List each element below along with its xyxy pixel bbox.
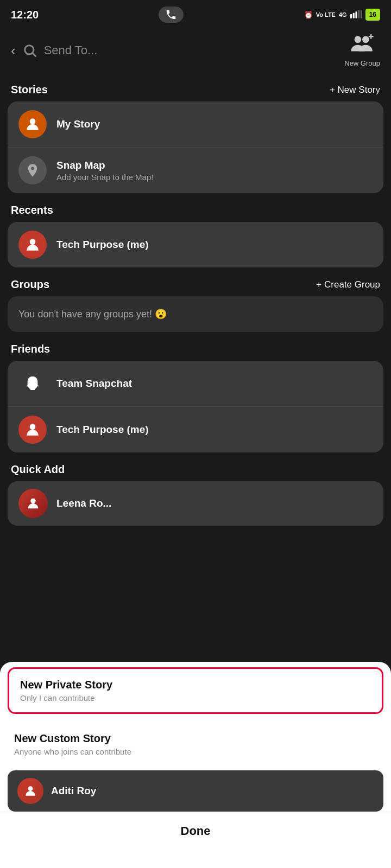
- aditi-avatar: [17, 778, 43, 804]
- new-group-icon: [350, 34, 375, 57]
- custom-story-title: New Custom Story: [14, 732, 377, 745]
- private-story-subtitle: Only I can contribute: [20, 693, 371, 703]
- status-right-icons: ⏰ Vo LTE 4G 16: [304, 9, 380, 21]
- svg-rect-2: [355, 11, 357, 18]
- svg-point-13: [30, 424, 36, 430]
- svg-line-6: [33, 53, 35, 56]
- stories-section-header: Stories + New Story: [0, 75, 391, 101]
- alarm-icon: ⏰: [304, 11, 313, 19]
- header: ‹ Send To... New Group: [0, 28, 391, 75]
- battery-indicator: 16: [365, 9, 380, 21]
- friends-card: Team Snapchat Tech Purpose (me): [8, 361, 383, 452]
- svg-rect-1: [352, 12, 354, 18]
- quick-add-section-header: Quick Add: [0, 455, 391, 481]
- friends-title: Friends: [11, 343, 50, 355]
- svg-rect-4: [360, 10, 362, 18]
- snap-map-subtitle: Add your Snap to the Map!: [56, 173, 153, 182]
- aditi-name: Aditi Roy: [51, 785, 96, 797]
- snap-map-avatar: [18, 156, 47, 184]
- private-story-title: New Private Story: [20, 679, 371, 691]
- modal-sheet: New Private Story Only I can contribute …: [0, 662, 391, 868]
- svg-rect-0: [350, 14, 352, 18]
- recents-section-header: Recents: [0, 195, 391, 222]
- svg-point-15: [28, 786, 33, 791]
- recents-title: Recents: [11, 204, 53, 216]
- custom-story-subtitle: Anyone who joins can contribute: [14, 747, 377, 756]
- my-story-label: My Story: [56, 118, 100, 130]
- tech-purpose-recent-label: Tech Purpose (me): [56, 239, 149, 251]
- groups-title: Groups: [11, 278, 49, 291]
- groups-empty-state: You don't have any groups yet! 😮: [8, 296, 383, 332]
- quick-add-name: Leena Ro...: [56, 497, 111, 509]
- done-button[interactable]: Done: [0, 812, 391, 850]
- stories-title: Stories: [11, 84, 48, 96]
- search-bar-area[interactable]: ‹ Send To...: [11, 42, 344, 59]
- new-group-label: New Group: [344, 59, 380, 67]
- status-bar: 12:20 ⏰ Vo LTE 4G 16: [0, 0, 391, 28]
- status-time: 12:20: [11, 9, 39, 21]
- network-icon: 4G: [339, 11, 347, 18]
- tech-purpose-friend-label: Tech Purpose (me): [56, 424, 149, 436]
- new-story-button[interactable]: + New Story: [330, 85, 380, 95]
- new-group-button[interactable]: New Group: [344, 34, 380, 67]
- groups-section-header: Groups + Create Group: [0, 270, 391, 296]
- svg-point-7: [355, 36, 362, 43]
- aditi-peek-item[interactable]: Aditi Roy: [8, 770, 383, 812]
- signal-bars: [350, 9, 362, 21]
- new-custom-story-option[interactable]: New Custom Story Anyone who joins can co…: [0, 719, 391, 765]
- quick-add-card: Leena Ro...: [8, 481, 383, 526]
- team-snapchat-label: Team Snapchat: [56, 378, 132, 390]
- svg-point-11: [30, 118, 36, 124]
- list-item[interactable]: Tech Purpose (me): [8, 407, 383, 452]
- tech-purpose-friend-avatar: [18, 416, 47, 444]
- back-button[interactable]: ‹: [11, 42, 16, 59]
- svg-rect-3: [358, 10, 360, 18]
- snap-map-label: Snap Map: [56, 159, 153, 171]
- quick-add-title: Quick Add: [11, 463, 65, 476]
- new-private-story-option[interactable]: New Private Story Only I can contribute: [8, 667, 383, 714]
- list-item[interactable]: Team Snapchat: [8, 361, 383, 407]
- svg-point-14: [30, 499, 35, 503]
- list-item[interactable]: Snap Map Add your Snap to the Map!: [8, 148, 383, 193]
- volte-icon: Vo LTE: [316, 11, 336, 18]
- my-story-avatar: [18, 110, 47, 138]
- tech-purpose-recent-avatar: [18, 231, 47, 259]
- search-input[interactable]: Send To...: [44, 43, 98, 58]
- list-item[interactable]: Tech Purpose (me): [8, 222, 383, 267]
- create-group-button[interactable]: + Create Group: [316, 279, 380, 290]
- quick-add-avatar: [18, 489, 48, 518]
- svg-point-8: [362, 36, 369, 43]
- phone-icon: [159, 7, 184, 23]
- team-snapchat-avatar: [18, 369, 47, 398]
- list-item[interactable]: Leena Ro...: [8, 481, 383, 526]
- stories-card: My Story Snap Map Add your Snap to the M…: [8, 101, 383, 193]
- groups-empty-text: You don't have any groups yet! 😮: [18, 309, 167, 320]
- search-icon: [22, 43, 37, 58]
- list-item[interactable]: My Story: [8, 101, 383, 148]
- friends-section-header: Friends: [0, 334, 391, 361]
- svg-point-12: [30, 239, 36, 245]
- recents-card: Tech Purpose (me): [8, 222, 383, 267]
